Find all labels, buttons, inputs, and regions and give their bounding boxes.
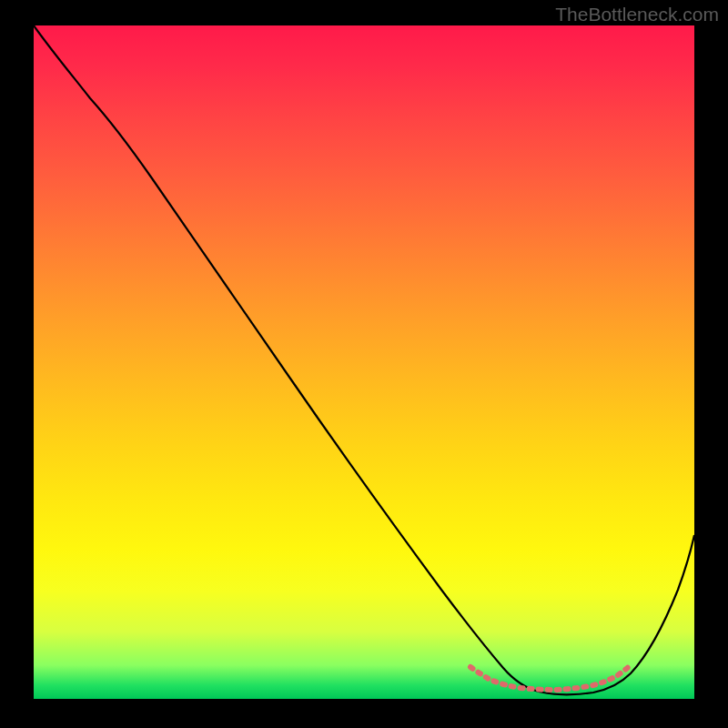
chart-plot-area xyxy=(34,25,694,699)
optimal-band-path xyxy=(470,665,631,690)
bottleneck-curve-path xyxy=(34,25,694,694)
watermark-text: TheBottleneck.com xyxy=(555,4,719,25)
chart-svg xyxy=(34,25,694,699)
